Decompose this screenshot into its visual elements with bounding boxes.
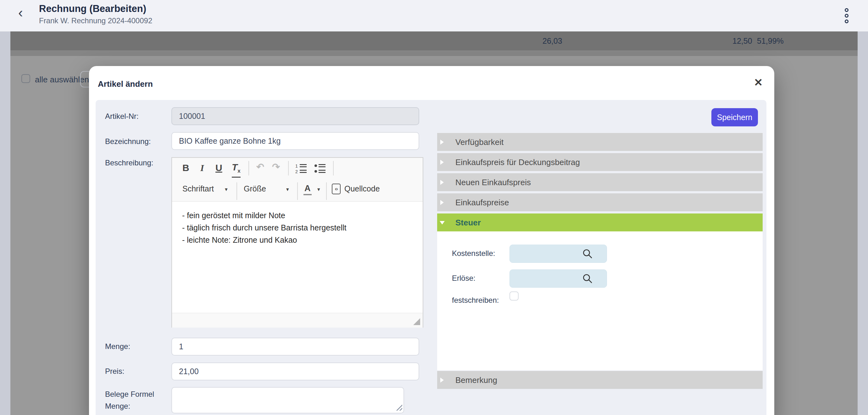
- editor-line: - fein geröstet mit milder Note: [182, 210, 413, 222]
- undo-icon[interactable]: ↶: [256, 162, 264, 172]
- accordion-einkaufspreis-deckungsbeitrag[interactable]: Einkaufspreis für Deckungsbeitrag: [437, 153, 763, 171]
- editor-line: - täglich frisch durch unsere Barrista h…: [182, 222, 413, 234]
- festschreiben-label: festschreiben:: [452, 296, 499, 305]
- bezeichnung-label: Bezeichnung:: [105, 137, 151, 146]
- accordion-steuer[interactable]: Steuer: [437, 214, 763, 231]
- text-color-button[interactable]: A: [304, 183, 312, 195]
- remove-format-x: x: [238, 168, 240, 174]
- unordered-list-icon[interactable]: [314, 163, 327, 173]
- editor-line: - leichte Note: Zitrone und Kakao: [182, 234, 413, 246]
- artikel-nr-label: Artikel-Nr:: [105, 112, 139, 121]
- artikel-aendern-dialog: Artikel ändern ✕ Artikel-Nr: Bezeichnung…: [89, 66, 774, 415]
- backdrop-left-margin: [0, 31, 10, 415]
- svg-text:2: 2: [295, 169, 298, 173]
- chevron-right-icon: [440, 139, 444, 145]
- accordion-verfuegbarkeit[interactable]: Verfügbarkeit: [437, 133, 763, 151]
- dimmed-value: 12,50: [733, 36, 752, 45]
- app-header: ‹ Rechnung (Bearbeiten) Frank W. Rechnun…: [0, 0, 868, 31]
- bezeichnung-field[interactable]: [172, 132, 419, 150]
- search-icon[interactable]: [582, 273, 593, 284]
- dimmed-value: 51,99%: [757, 36, 784, 45]
- editor-footer: [172, 313, 423, 328]
- chevron-down-icon: [440, 221, 445, 224]
- chevron-right-icon: [440, 200, 444, 205]
- select-all-checkbox[interactable]: [21, 74, 30, 83]
- page-subtitle: Frank W. Rechnung 2024-400092: [39, 17, 152, 25]
- rich-text-editor: B I U Tx ↶ ↷ 1 2 Schriftart ▾ Größe ▾: [172, 157, 423, 328]
- editor-content[interactable]: - fein geröstet mit milder Note - täglic…: [172, 202, 423, 313]
- belege-formel-label-line1: Belege Formel: [105, 390, 154, 398]
- dimmed-table-row: 26,03 12,50 51,99%: [10, 31, 858, 50]
- font-dropdown[interactable]: Schriftart: [182, 184, 214, 193]
- menge-label: Menge:: [105, 342, 130, 351]
- page-title: Rechnung (Bearbeiten): [39, 3, 146, 14]
- preis-field[interactable]: [172, 362, 419, 380]
- accordion-label: Einkaufspreis für Deckungsbeitrag: [455, 158, 580, 167]
- ordered-list-icon[interactable]: 1 2: [295, 163, 308, 173]
- remove-format-button[interactable]: Tx: [232, 162, 241, 178]
- svg-text:1: 1: [295, 163, 298, 168]
- close-icon[interactable]: ✕: [754, 76, 763, 89]
- dimmed-row-divider: [10, 50, 858, 56]
- beschreibung-label: Beschreibung:: [105, 158, 153, 167]
- backdrop-right-margin: [858, 31, 868, 415]
- festschreiben-checkbox[interactable]: [509, 291, 519, 300]
- accordion-bemerkung[interactable]: Bemerkung: [437, 371, 763, 389]
- accordion-label: Neuen Einkaufspreis: [455, 178, 531, 187]
- save-button[interactable]: Speichern: [711, 108, 758, 126]
- preis-label: Preis:: [105, 367, 124, 376]
- belege-formel-label-line2: Menge:: [105, 402, 130, 411]
- source-code-icon[interactable]: ‹›: [332, 184, 341, 194]
- menge-field[interactable]: [172, 338, 419, 356]
- accordion-label: Steuer: [455, 218, 481, 228]
- chevron-right-icon: [440, 160, 444, 165]
- editor-toolbar: B I U Tx ↶ ↷ 1 2 Schriftart ▾ Größe ▾: [172, 158, 423, 201]
- search-icon[interactable]: [582, 248, 593, 259]
- belege-formel-menge-field[interactable]: [172, 387, 404, 413]
- chevron-down-icon[interactable]: ▾: [286, 186, 289, 193]
- redo-icon[interactable]: ↷: [272, 162, 280, 172]
- erloese-label: Erlöse:: [452, 274, 475, 283]
- chevron-right-icon: [440, 378, 444, 383]
- accordion-einkaufspreise[interactable]: Einkaufspreise: [437, 193, 763, 211]
- accordion-label: Verfügbarkeit: [455, 137, 503, 147]
- remove-format-t: T: [232, 162, 238, 172]
- underline-button[interactable]: U: [215, 163, 222, 173]
- source-code-button[interactable]: Quellcode: [344, 184, 380, 193]
- chevron-down-icon[interactable]: ▾: [225, 186, 228, 193]
- accordion-label: Bemerkung: [455, 375, 497, 385]
- accordion-label: Einkaufspreise: [455, 198, 509, 208]
- bold-button[interactable]: B: [182, 163, 189, 173]
- kostenstelle-label: Kostenstelle:: [452, 249, 495, 258]
- editor-resize-handle[interactable]: [413, 318, 420, 325]
- chevron-down-icon[interactable]: ▾: [317, 186, 320, 193]
- dimmed-value: 26,03: [542, 36, 562, 45]
- dialog-title: Artikel ändern: [98, 79, 153, 89]
- size-dropdown[interactable]: Größe: [244, 184, 266, 193]
- chevron-right-icon: [440, 180, 444, 185]
- back-button[interactable]: ‹: [18, 6, 23, 20]
- kebab-menu-icon[interactable]: [843, 8, 850, 23]
- accordion-neuen-einkaufspreis[interactable]: Neuen Einkaufspreis: [437, 173, 763, 191]
- artikel-nr-field: [172, 107, 419, 125]
- italic-button[interactable]: I: [200, 163, 204, 173]
